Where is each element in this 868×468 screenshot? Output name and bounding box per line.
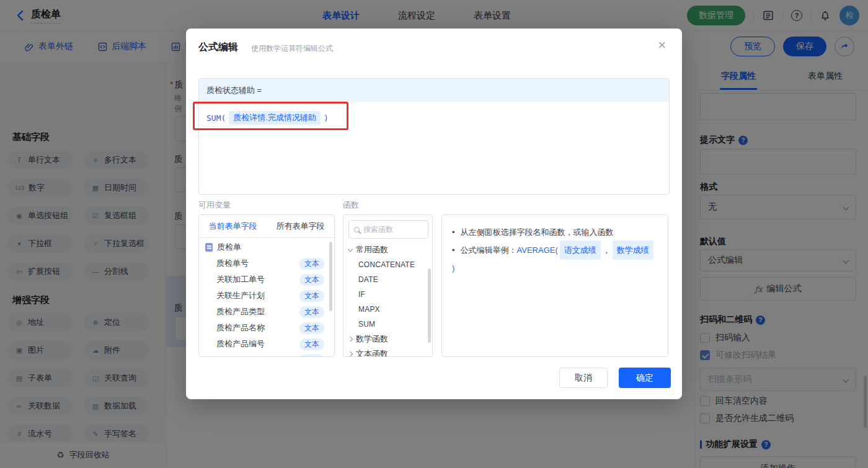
variable-field-row[interactable]: 质检产品编号文本 — [199, 336, 334, 352]
function-item-concatenate[interactable]: CONCATENATE — [343, 257, 433, 272]
function-item-mapx[interactable]: MAPX — [343, 302, 433, 317]
type-tag: 文本 — [299, 338, 324, 350]
confirm-button[interactable]: 确定 — [619, 368, 671, 388]
variables-label: 可用变量 — [198, 200, 231, 211]
function-item-sum[interactable]: SUM — [343, 317, 433, 332]
variable-field-row[interactable]: 质检单号文本 — [199, 255, 334, 272]
formula-target: 质检状态辅助 = — [199, 79, 669, 102]
function-group-math[interactable]: 数学函数 — [343, 332, 433, 347]
functions-scrollbar[interactable] — [428, 268, 431, 343]
example-function-open: AVERAGE( — [517, 242, 558, 258]
modal-title: 公式编辑 — [198, 41, 238, 54]
example-chip-chinese: 语文成绩 — [560, 241, 601, 260]
tab-all-form-fields[interactable]: 所有表单字段 — [267, 215, 334, 237]
variable-field-row[interactable]: 关联生产计划文本 — [199, 288, 334, 304]
variable-field-row[interactable]: 质检产品类型文本 — [199, 304, 334, 320]
formula-editor-box: 质检状态辅助 = SUM( 质检详情.完成情况辅助 ) — [198, 78, 670, 195]
variables-tabs: 当前表单字段 所有表单字段 — [199, 215, 334, 238]
variables-scrollbar[interactable] — [329, 242, 332, 311]
variables-root-form[interactable]: 质检单 — [199, 238, 334, 255]
cancel-button[interactable]: 取消 — [559, 368, 608, 388]
chevron-down-icon — [348, 246, 353, 251]
variables-list: 质检单 质检单号文本 关联加工单号文本 关联生产计划文本 质检产品类型文本 质检… — [199, 238, 334, 357]
functions-label: 函数 — [343, 200, 359, 211]
formula-function-close: ) — [324, 113, 329, 123]
variable-field-row[interactable]: 质检产品名称文本 — [199, 320, 334, 336]
tips-panel: • 从左侧面板选择字段名和函数，或输入函数 • 公式编辑举例： AVERAGE(… — [441, 214, 668, 357]
type-tag: 文本 — [299, 322, 324, 334]
type-tag: 文本 — [299, 355, 324, 358]
variable-field-row[interactable]: 关联加工单号文本 — [199, 272, 334, 288]
function-search — [348, 220, 428, 239]
form-doc-icon — [205, 243, 213, 252]
chevron-right-icon — [348, 337, 353, 342]
tip-line-2: • 公式编辑举例： AVERAGE( 语文成绩 ， 数学成绩 ) — [452, 241, 658, 276]
variable-field-row[interactable]: 文本 — [199, 352, 334, 357]
tip-line-1: • 从左侧面板选择字段名和函数，或输入函数 — [452, 224, 658, 241]
functions-panel: 常用函数 CONCATENATE DATE IF MAPX SUM 数学函数 文… — [343, 214, 433, 357]
functions-tree: 常用函数 CONCATENATE DATE IF MAPX SUM 数学函数 文… — [343, 242, 433, 357]
formula-editor-modal: 公式编辑 使用数学运算符编辑公式 × 质检状态辅助 = SUM( 质检详情.完成… — [186, 29, 682, 399]
search-icon — [354, 227, 360, 232]
bullet: • — [452, 224, 455, 241]
type-tag: 文本 — [299, 290, 324, 302]
bullet: • — [452, 242, 455, 258]
formula-function-open: SUM( — [206, 113, 226, 123]
close-icon[interactable]: × — [658, 38, 666, 52]
variables-panel: 当前表单字段 所有表单字段 质检单 质检单号文本 关联加工单号文本 关联生产计划… — [198, 214, 335, 357]
example-function-close: ) — [452, 260, 454, 276]
example-chip-math: 数学成绩 — [613, 241, 653, 260]
modal-subtitle: 使用数学运算符编辑公式 — [251, 43, 333, 54]
function-group-common[interactable]: 常用函数 — [343, 242, 433, 257]
formula-field-chip[interactable]: 质检详情.完成情况辅助 — [229, 111, 321, 125]
type-tag: 文本 — [299, 274, 324, 286]
tab-current-form-fields[interactable]: 当前表单字段 — [199, 215, 267, 237]
chevron-right-icon — [348, 351, 353, 356]
function-item-date[interactable]: DATE — [343, 272, 433, 287]
function-search-input[interactable] — [363, 225, 417, 234]
function-item-if[interactable]: IF — [343, 287, 433, 302]
type-tag: 文本 — [299, 258, 324, 270]
type-tag: 文本 — [299, 306, 324, 318]
formula-input-area[interactable]: SUM( 质检详情.完成情况辅助 ) — [199, 102, 669, 134]
function-group-text[interactable]: 文本函数 — [343, 347, 433, 357]
